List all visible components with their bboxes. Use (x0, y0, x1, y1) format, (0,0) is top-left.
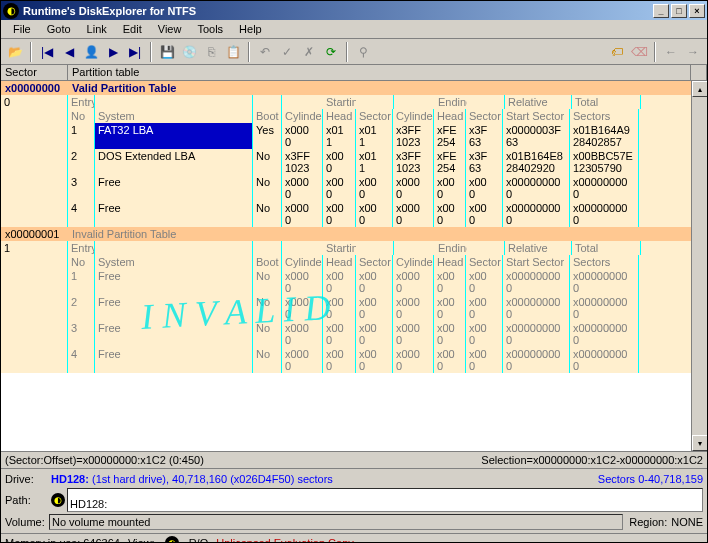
refresh-icon[interactable]: ⟳ (321, 42, 341, 62)
view-label: View: (128, 537, 155, 544)
prev-icon[interactable]: ◀ (59, 42, 79, 62)
fwd-icon[interactable]: → (683, 42, 703, 62)
path-icon (51, 493, 65, 507)
view-icon (165, 536, 179, 544)
undo-icon[interactable]: ↶ (255, 42, 275, 62)
window-title: Runtime's DiskExplorer for NTFS (23, 5, 653, 17)
table-row[interactable]: 1FreeNox000 0x00 0x00 0x000 0x00 0x00 0x… (1, 269, 691, 295)
paste-icon[interactable]: 📋 (223, 42, 243, 62)
scroll-down-icon[interactable]: ▾ (692, 435, 707, 451)
table-sector1: 1 Entry Starting Ending Relative Total N… (1, 241, 691, 373)
table-row[interactable]: 3FreeNox000 0x00 0x00 0x000 0x00 0x00 0x… (1, 321, 691, 347)
erase-icon[interactable]: ⌫ (629, 42, 649, 62)
menubar: File Goto Link Edit View Tools Help (1, 20, 707, 39)
titlebar[interactable]: Runtime's DiskExplorer for NTFS _ □ × (1, 1, 707, 20)
memory-text: Memory in use: 646364 (5, 537, 120, 544)
menu-link[interactable]: Link (79, 21, 115, 37)
sector1-addr: x00000001 (5, 228, 72, 240)
region-label: Region: (629, 516, 667, 528)
disk-icon[interactable]: 💿 (179, 42, 199, 62)
close-button[interactable]: × (689, 4, 705, 18)
maximize-button[interactable]: □ (671, 4, 687, 18)
person-icon[interactable]: 👤 (81, 42, 101, 62)
banner-valid: x00000000 Valid Partition Table (1, 81, 691, 95)
volume-label: Volume: (5, 516, 49, 528)
app-icon (3, 3, 19, 19)
drive-value: HD128: (1st hard drive), 40,718,160 (x02… (49, 472, 598, 486)
menu-tools[interactable]: Tools (189, 21, 231, 37)
tag-icon[interactable]: 🏷 (607, 42, 627, 62)
table-row[interactable]: 2FreeNox000 0x00 0x00 0x000 0x00 0x00 0x… (1, 295, 691, 321)
menu-help[interactable]: Help (231, 21, 270, 37)
last-icon[interactable]: ▶| (125, 42, 145, 62)
table-sector0: 0 Entry Starting Ending Relative Total N… (1, 95, 691, 227)
open-icon[interactable]: 📂 (5, 42, 25, 62)
scroll-up-icon[interactable]: ▴ (692, 81, 707, 97)
banner-invalid: x00000001 Invalid Partition Table (1, 227, 691, 241)
content-area: x00000000 Valid Partition Table 0 Entry … (1, 81, 707, 451)
selection-text: Selection=x00000000:x1C2-x00000000:x1C2 (481, 454, 703, 466)
save-icon[interactable]: 💾 (157, 42, 177, 62)
status-line: (Sector:Offset)=x00000000:x1C2 (0:450) S… (1, 451, 707, 468)
path-label: Path: (5, 494, 49, 506)
menu-view[interactable]: View (150, 21, 190, 37)
sector0-addr: x00000000 (5, 82, 72, 94)
sector1-label: Invalid Partition Table (72, 228, 176, 240)
check-icon[interactable]: ✓ (277, 42, 297, 62)
sector0-label: Valid Partition Table (72, 82, 176, 94)
column-header: Sector Partition table (1, 65, 707, 81)
volume-value: No volume mounted (49, 514, 623, 530)
license-text: Unlicensed Evaluation Copy (216, 537, 354, 544)
hdr-partition[interactable]: Partition table (68, 65, 691, 80)
back-icon[interactable]: ← (661, 42, 681, 62)
table-row[interactable]: 4FreeNox000 0x00 0x00 0x000 0x00 0x00 0x… (1, 347, 691, 373)
vscrollbar[interactable]: ▴ ▾ (691, 81, 707, 451)
toolbar: 📂 |◀ ◀ 👤 ▶ ▶| 💾 💿 ⎘ 📋 ↶ ✓ ✗ ⟳ ⚲ 🏷 ⌫ ← → (1, 39, 707, 65)
table-row[interactable]: 2DOS Extended LBANox3FF 1023x00 0x01 1x3… (1, 149, 691, 175)
copy-icon[interactable]: ⎘ (201, 42, 221, 62)
status-bar: Memory in use: 646364 View: R/O Unlicens… (1, 533, 707, 543)
path-value[interactable]: HD128: (67, 488, 703, 512)
table-row[interactable]: 1FAT32 LBAYesx000 0x01 1x01 1x3FF 1023xF… (1, 123, 691, 149)
sectors-range: Sectors 0-40,718,159 (598, 473, 703, 485)
next-icon[interactable]: ▶ (103, 42, 123, 62)
offset-text: (Sector:Offset)=x00000000:x1C2 (0:450) (5, 454, 204, 466)
table-row[interactable]: 3FreeNox000 0x00 0x00 0x000 0x00 0x00 0x… (1, 175, 691, 201)
minimize-button[interactable]: _ (653, 4, 669, 18)
table-row[interactable]: 4FreeNox000 0x00 0x00 0x000 0x00 0x00 0x… (1, 201, 691, 227)
info-panel: Drive: HD128: (1st hard drive), 40,718,1… (1, 468, 707, 533)
ro-text: R/O (189, 537, 209, 544)
first-icon[interactable]: |◀ (37, 42, 57, 62)
drive-label: Drive: (5, 473, 49, 485)
menu-file[interactable]: File (5, 21, 39, 37)
menu-edit[interactable]: Edit (115, 21, 150, 37)
hdr-sector[interactable]: Sector (1, 65, 68, 80)
menu-goto[interactable]: Goto (39, 21, 79, 37)
cancel-icon[interactable]: ✗ (299, 42, 319, 62)
region-value: NONE (671, 516, 703, 528)
find-icon[interactable]: ⚲ (353, 42, 373, 62)
